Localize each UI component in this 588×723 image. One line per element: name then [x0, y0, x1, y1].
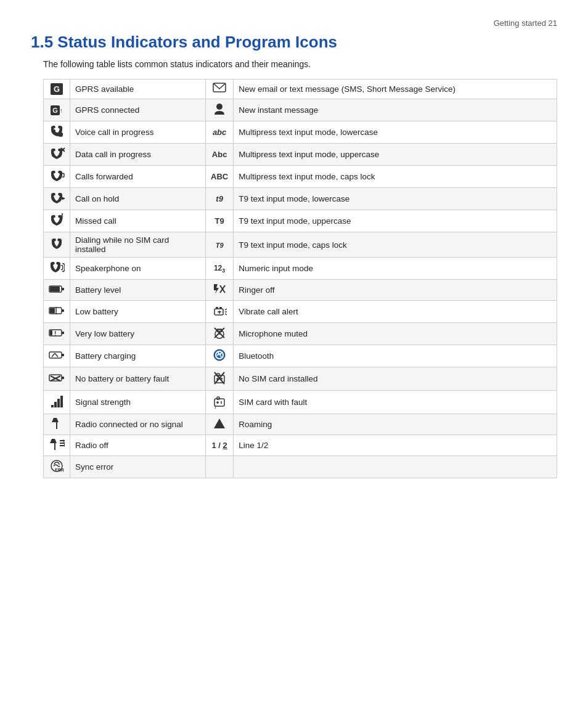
- right-icon: [206, 367, 234, 391]
- left-label: Speakerphone on: [70, 258, 206, 280]
- section-title: 1.5 Status Indicators and Program Icons: [31, 33, 557, 52]
- right-icon: [206, 80, 234, 99]
- left-label: Data call in progress: [70, 144, 206, 166]
- right-label: Numeric input mode: [234, 258, 557, 280]
- left-label: Radio connected or no signal: [70, 414, 206, 435]
- right-label: Multipress text input mode, caps lock: [234, 166, 557, 188]
- left-icon: G: [44, 80, 70, 99]
- table-row: ! Missed call T9 T9 text input mode, upp…: [44, 210, 557, 232]
- table-row: Data call in progress Abc Multipress tex…: [44, 144, 557, 166]
- svg-text:!: !: [61, 213, 63, 221]
- svg-rect-52: [51, 405, 54, 407]
- table-row: Calls forwarded ABC Multipress text inpu…: [44, 166, 557, 188]
- left-icon: [44, 345, 70, 367]
- right-label: New email or text message (SMS, Short Me…: [234, 80, 557, 99]
- left-label: Very low battery: [70, 323, 206, 345]
- table-row: G↑ GPRS connected New instant message: [44, 99, 557, 121]
- svg-text:!: !: [214, 404, 216, 409]
- right-icon: [206, 280, 234, 301]
- left-label: Battery charging: [70, 345, 206, 367]
- right-icon: 1 / 2: [206, 435, 234, 456]
- right-label: Multipress text input mode, uppercase: [234, 144, 557, 166]
- left-label: Calls forwarded: [70, 166, 206, 188]
- right-icon: Abc: [206, 144, 234, 166]
- left-icon: [44, 414, 70, 435]
- right-label: T9 text input mode, lowercase: [234, 188, 557, 210]
- page-number: Getting started 21: [31, 18, 557, 28]
- right-icon: [206, 345, 234, 367]
- svg-line-25: [225, 314, 227, 315]
- left-label: Signal strength: [70, 391, 206, 414]
- left-label: Low battery: [70, 301, 206, 323]
- right-icon: ABC: [206, 166, 234, 188]
- svg-text:↑: ↑: [58, 126, 60, 131]
- svg-rect-54: [57, 399, 60, 407]
- intro-text: The following table lists common status …: [43, 59, 557, 69]
- table-row: ↑ Voice call in progress abc Multipress …: [44, 121, 557, 144]
- table-row: ! Very low battery Microphone muted: [44, 323, 557, 345]
- svg-text:!: !: [54, 330, 56, 337]
- svg-rect-10: [62, 288, 64, 290]
- table-row: Call on hold t9 T9 text input mode, lowe…: [44, 188, 557, 210]
- svg-rect-15: [50, 308, 55, 313]
- right-icon: 123: [206, 258, 234, 280]
- table-row: Radio connected or no signal Roaming: [44, 414, 557, 435]
- table-row: Battery level Ringer off: [44, 280, 557, 301]
- svg-rect-19: [216, 307, 218, 309]
- table-row: Speakerphone on 123 Numeric input mode: [44, 258, 557, 280]
- table-row: Signal strength ! SIM card with fault: [44, 391, 557, 414]
- svg-rect-55: [60, 396, 63, 407]
- left-label: Call on hold: [70, 188, 206, 210]
- right-icon: T9: [206, 210, 234, 232]
- svg-rect-57: [217, 397, 219, 399]
- left-icon: [44, 280, 70, 301]
- left-icon: [44, 367, 70, 391]
- svg-rect-53: [54, 402, 57, 407]
- left-icon: [44, 391, 70, 414]
- right-icon: [206, 414, 234, 435]
- indicator-table: G GPRS available New email or text messa…: [43, 79, 557, 478]
- svg-marker-62: [52, 418, 59, 422]
- left-label: Battery level: [70, 280, 206, 301]
- left-label: GPRS available: [70, 80, 206, 99]
- svg-marker-64: [214, 419, 225, 428]
- right-label: T9 text input mode, uppercase: [234, 210, 557, 232]
- left-icon: [44, 144, 70, 166]
- right-label: Roaming: [234, 414, 557, 435]
- left-label: Dialing while no SIM card installed: [70, 232, 206, 258]
- left-icon: [44, 258, 70, 280]
- left-label: No battery or battery fault: [70, 367, 206, 391]
- right-label: Microphone muted: [234, 323, 557, 345]
- svg-rect-28: [62, 332, 64, 334]
- left-icon: ERR: [44, 456, 70, 478]
- left-label: Voice call in progress: [70, 121, 206, 144]
- svg-rect-27: [50, 330, 52, 335]
- right-label: Multipress text input mode, lowercase: [234, 121, 557, 144]
- right-label: Vibrate call alert: [234, 301, 557, 323]
- left-icon: !: [44, 323, 70, 345]
- table-row: Dialing while no SIM card installed T9 T…: [44, 232, 557, 258]
- svg-text:ERR: ERR: [55, 468, 64, 472]
- left-icon: !: [44, 210, 70, 232]
- table-row: Low battery Vibrate call alert: [44, 301, 557, 323]
- right-icon: [206, 301, 234, 323]
- left-label: GPRS connected: [70, 99, 206, 121]
- right-icon: t9: [206, 188, 234, 210]
- svg-line-23: [225, 309, 227, 310]
- right-label: T9 text input mode, caps lock: [234, 232, 557, 258]
- right-icon: [206, 323, 234, 345]
- svg-marker-11: [214, 284, 219, 294]
- right-label: Ringer off: [234, 280, 557, 301]
- right-label: No SIM card installed: [234, 367, 557, 391]
- svg-rect-9: [50, 287, 60, 292]
- svg-rect-41: [62, 377, 64, 379]
- svg-marker-65: [50, 439, 57, 443]
- svg-rect-16: [62, 309, 64, 312]
- table-row: Radio off 1 / 2 Line 1/2: [44, 435, 557, 456]
- left-icon: [44, 435, 70, 456]
- right-label: New instant message: [234, 99, 557, 121]
- table-row: Battery charging Bluetooth: [44, 345, 557, 367]
- table-row: G GPRS available New email or text messa…: [44, 80, 557, 99]
- table-row: ERR Sync error: [44, 456, 557, 478]
- left-icon: [44, 188, 70, 210]
